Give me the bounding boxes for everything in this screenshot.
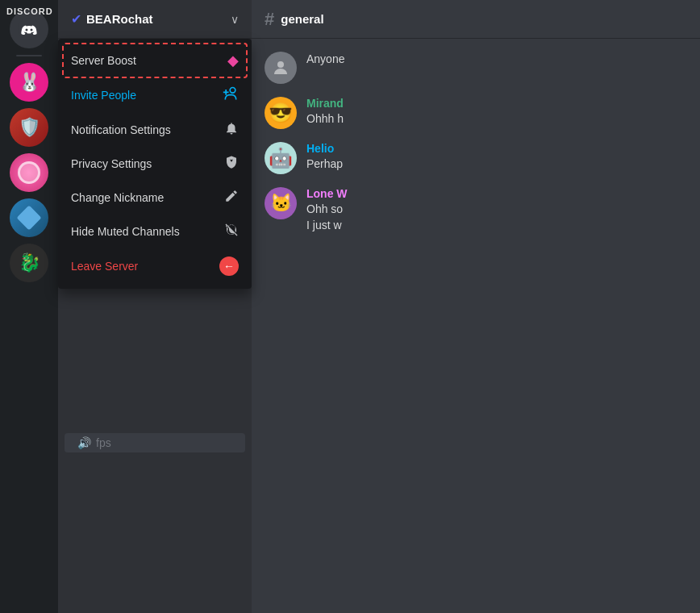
discord-wordmark: DISCORD: [6, 6, 53, 16]
server-boost-label: Server Boost: [71, 54, 136, 67]
person-add-icon: [223, 85, 239, 105]
server-icon-dragon[interactable]: 🐉: [10, 244, 48, 282]
leave-server-label: Leave Server: [71, 260, 138, 273]
message-author: Mirand: [306, 97, 687, 110]
message-row: 🐱 Lone W Ohh so I just w: [265, 187, 687, 233]
channel-sidebar: ✔ BEARochat ∨ Server Boost ◆ Invite Peop…: [58, 0, 252, 613]
menu-item-invite-people[interactable]: Invite People: [63, 77, 247, 113]
server-divider: [16, 55, 42, 56]
dropdown-menu: Server Boost ◆ Invite People Notificatio…: [58, 39, 252, 289]
channel-hash-icon: #: [265, 9, 274, 30]
main-area: # general Anyone 😎 Mirand Ohhh h: [252, 0, 700, 613]
shield-star-icon: [224, 155, 239, 173]
channel-header-name: general: [281, 12, 323, 26]
verified-badge: ✔: [71, 11, 81, 27]
message-content: Anyone: [306, 52, 687, 68]
message-text: Ohhh h: [306, 111, 687, 127]
message-row: 🤖 Helio Perhap: [265, 142, 687, 174]
menu-item-server-boost[interactable]: Server Boost ◆: [63, 44, 247, 77]
server-sidebar: 🐰 🛡️ 🐉: [0, 0, 58, 613]
server-icon-bunny[interactable]: 🐰: [10, 63, 48, 102]
channel-item-fps[interactable]: 🔊 fps: [65, 433, 245, 452]
volume-icon: 🔊: [77, 436, 91, 449]
bell-icon: [224, 121, 239, 139]
server-header-left: ✔ BEARochat: [71, 11, 153, 27]
menu-item-leave-server[interactable]: Leave Server ←: [63, 248, 247, 284]
avatar: [265, 52, 297, 84]
notification-settings-label: Notification Settings: [71, 123, 171, 136]
svg-point-3: [277, 61, 284, 68]
menu-item-privacy-settings[interactable]: Privacy Settings: [63, 147, 247, 181]
message-text: Perhap: [306, 156, 687, 173]
server-name: BEARochat: [86, 12, 153, 26]
menu-item-hide-muted-channels[interactable]: Hide Muted Channels: [63, 215, 247, 248]
message-text: Ohh so I just w: [306, 202, 687, 233]
privacy-settings-label: Privacy Settings: [71, 157, 152, 170]
hide-muted-channels-label: Hide Muted Channels: [71, 225, 180, 238]
chat-header: # general: [252, 0, 700, 39]
chevron-down-icon: ∨: [231, 13, 239, 26]
message-author: Lone W: [306, 187, 687, 200]
channel-list: 🔊 fps: [58, 426, 252, 613]
menu-item-change-nickname[interactable]: Change Nickname: [63, 181, 247, 215]
message-content: Mirand Ohhh h: [306, 97, 687, 127]
pencil-icon: [224, 189, 239, 206]
server-header[interactable]: ✔ BEARochat ∨: [58, 0, 252, 39]
menu-item-notification-settings[interactable]: Notification Settings: [63, 113, 247, 147]
boost-icon: ◆: [227, 52, 239, 69]
avatar: 🤖: [265, 142, 297, 174]
server-icon-diamond[interactable]: [10, 198, 48, 237]
message-content: Helio Perhap: [306, 142, 687, 173]
message-text: Anyone: [306, 52, 687, 68]
avatar: 😎: [265, 97, 297, 129]
avatar: 🐱: [265, 187, 297, 219]
message-content: Lone W Ohh so I just w: [306, 187, 687, 233]
change-nickname-label: Change Nickname: [71, 191, 164, 204]
message-author: Helio: [306, 142, 687, 155]
channel-name-fps: fps: [96, 436, 111, 449]
server-icon-shield[interactable]: 🛡️: [10, 108, 48, 147]
svg-point-2: [31, 29, 33, 31]
mute-slash-icon: [224, 223, 239, 240]
messages-area: Anyone 😎 Mirand Ohhh h 🤖 Helio Perhap: [252, 39, 700, 613]
invite-people-label: Invite People: [71, 89, 136, 102]
message-row: 😎 Mirand Ohhh h: [265, 97, 687, 129]
message-row: Anyone: [265, 52, 687, 84]
leave-server-icon: ←: [219, 256, 239, 276]
svg-point-1: [26, 29, 28, 31]
server-icon-circle[interactable]: [10, 153, 48, 192]
